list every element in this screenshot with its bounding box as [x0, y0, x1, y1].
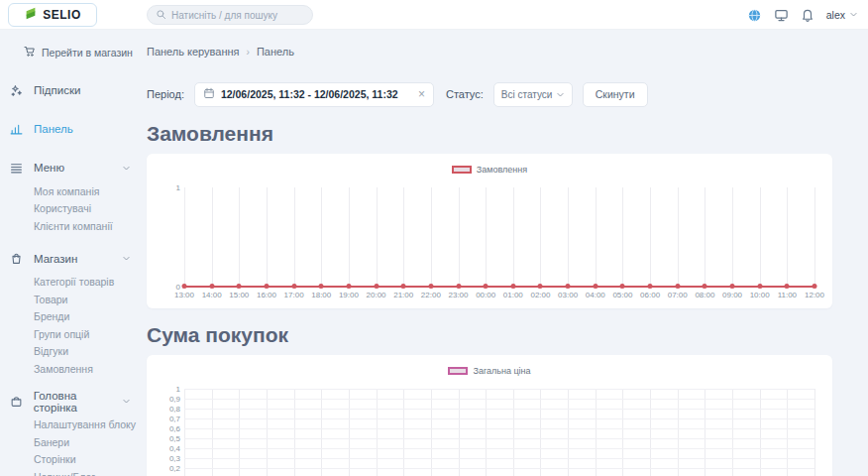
x-tick-label: 04:00 [586, 291, 605, 299]
sidebar-item-subscriptions[interactable]: Підписки [0, 75, 147, 105]
sidebar-subitem[interactable]: Налаштування блоку [0, 416, 147, 434]
sparkles-icon [10, 84, 25, 97]
y-tick-label: 1 [176, 385, 180, 394]
orders-plot: 10 [164, 187, 814, 287]
data-point [291, 284, 296, 289]
list-icon [10, 162, 25, 175]
top-header: SELIO alex [0, 0, 868, 30]
data-point [757, 284, 762, 289]
data-point [538, 284, 543, 289]
orders-y-axis: 10 [164, 187, 184, 287]
purchases-plot: 10,90,80,70,60,50,40,30,20,10 [164, 389, 814, 476]
data-point [510, 284, 515, 289]
purchases-legend[interactable]: Загальна ціна [164, 355, 814, 389]
sidebar-subitem[interactable]: Моя компанія [0, 182, 147, 200]
sidebar-item-label: Меню [34, 162, 64, 174]
sidebar-item-menu[interactable]: Меню [0, 153, 147, 182]
sidebar-subitem[interactable]: Бренди [0, 308, 147, 326]
status-select[interactable]: Всі статуси [493, 82, 573, 107]
x-tick-label: 22:00 [421, 291, 441, 299]
breadcrumb-item-panel[interactable]: Панель [257, 46, 294, 58]
x-tick-label: 19:00 [339, 291, 359, 299]
sidebar-item-dashboard[interactable]: Панель [0, 114, 147, 144]
user-menu[interactable]: alex [826, 9, 858, 21]
filter-bar: Період: 12/06/2025, 11:32 - 12/06/2025, … [147, 81, 832, 107]
username: alex [826, 9, 845, 21]
orders-section-title: Замовлення [147, 122, 832, 146]
sidebar: Перейти в магазин ПідпискиПанельМенюМоя … [0, 30, 147, 476]
sidebar-subitem[interactable]: Користувачі [0, 200, 147, 218]
period-range-input[interactable]: 12/06/2025, 11:32 - 12/06/2025, 11:32 × [194, 82, 434, 107]
sidebar-item-store[interactable]: Магазин [0, 244, 147, 274]
x-tick-label: 11:00 [778, 291, 797, 299]
cart-icon [24, 46, 36, 60]
breadcrumb-separator: › [247, 47, 250, 58]
y-tick-label: 1 [176, 183, 180, 192]
sidebar-subitem[interactable]: Клієнти компанії [0, 217, 147, 235]
global-search[interactable] [147, 5, 313, 25]
data-point [648, 284, 653, 289]
logo[interactable]: SELIO [8, 3, 97, 27]
x-tick-label: 14:00 [202, 291, 222, 299]
data-point [484, 284, 488, 289]
x-tick-label: 13:00 [174, 291, 194, 299]
x-tick-label: 09:00 [722, 291, 742, 299]
language-globe-icon[interactable] [747, 8, 762, 23]
data-point [428, 284, 433, 289]
x-tick-label: 17:00 [284, 291, 304, 299]
notifications-bell-icon[interactable] [801, 8, 814, 22]
sidebar-subitem[interactable]: Банери [0, 433, 147, 451]
data-point [620, 284, 625, 289]
sidebar-item-homepage[interactable]: Головна сторінка [0, 387, 147, 416]
main-content: Панель керування › Панель Період: 12/06/… [147, 30, 868, 476]
sidebar-subitem[interactable]: Сторінки [0, 451, 147, 469]
orders-legend[interactable]: Замовлення [164, 154, 814, 187]
x-tick-label: 16:00 [257, 291, 276, 299]
sidebar-subitem[interactable]: Групи опцій [0, 325, 147, 343]
x-tick-label: 23:00 [449, 291, 469, 299]
y-tick-label: 0,3 [169, 454, 180, 463]
orders-x-axis: 13:0014:0015:0016:0017:0018:0019:0020:00… [184, 287, 814, 300]
reset-button[interactable]: Скинути [583, 82, 648, 107]
purchases-chart-card: Загальна ціна 10,90,80,70,60,50,40,30,20… [147, 355, 832, 476]
x-tick-label: 12:00 [805, 291, 824, 299]
x-tick-label: 07:00 [668, 291, 688, 299]
y-tick-label: 0,5 [169, 434, 180, 443]
sidebar-item-label: Головна сторінка [34, 390, 122, 414]
data-point [813, 284, 817, 289]
sidebar-item-label: Магазин [34, 253, 77, 265]
data-point [593, 284, 597, 289]
sidebar-subitem[interactable]: Відгуки [0, 343, 147, 361]
series-line [184, 286, 814, 288]
sidebar-item-label: Панель [34, 123, 73, 135]
breadcrumb-item-dashboard[interactable]: Панель керування [147, 46, 240, 58]
sidebar-subitem[interactable]: Категорії товарів [0, 274, 147, 292]
data-point [785, 284, 790, 289]
search-input[interactable] [171, 10, 304, 21]
sidebar-subitem[interactable]: Замовлення [0, 360, 147, 378]
data-point [374, 284, 379, 289]
bag-icon [10, 252, 25, 265]
sidebar-subitem[interactable]: Товари [0, 291, 147, 308]
data-point [703, 284, 707, 289]
x-tick-label: 21:00 [393, 291, 413, 299]
orders-legend-swatch [452, 166, 472, 174]
x-tick-label: 10:00 [750, 291, 770, 299]
x-tick-label: 01:00 [503, 291, 523, 299]
go-to-store-link[interactable]: Перейти в магазин [24, 44, 147, 61]
logo-text: SELIO [43, 8, 81, 22]
x-tick-label: 05:00 [612, 291, 632, 299]
y-tick-label: 0,7 [169, 415, 180, 423]
y-tick-label: 0,2 [169, 464, 180, 473]
x-tick-label: 18:00 [311, 291, 331, 299]
sidebar-subitem[interactable]: Новини/Блог [0, 468, 147, 476]
data-point [675, 284, 680, 289]
data-point [237, 284, 242, 289]
y-tick-label: 0,4 [169, 444, 180, 453]
sidebar-item-label: Підписки [34, 84, 80, 96]
clear-period-icon[interactable]: × [418, 88, 425, 100]
sidebar-nav: ПідпискиПанельМенюМоя компаніяКористувач… [0, 75, 147, 476]
orders-chart-card: Замовлення 10 13:0014:0015:0016:0017:001… [147, 154, 832, 308]
x-tick-label: 02:00 [530, 291, 550, 299]
monitor-icon[interactable] [774, 8, 789, 23]
